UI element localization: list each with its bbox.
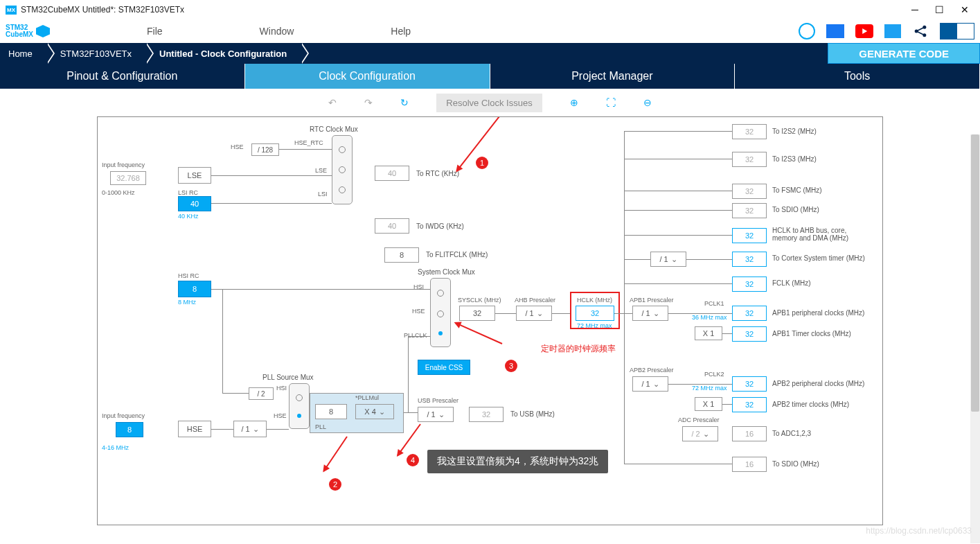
sys-radio-hsi[interactable] [437, 290, 444, 297]
rtc-radio-lse[interactable] [339, 166, 346, 173]
window-title: STM32CubeMX Untitled*: STM32F103VETx [21, 5, 911, 15]
sys-radio-hse[interactable] [437, 310, 444, 317]
pll-source-mux[interactable] [289, 383, 310, 429]
cortex-div-select[interactable]: / 1 [650, 252, 686, 267]
pclk1-max: 36 MHz max [692, 314, 727, 321]
facebook-icon[interactable] [826, 24, 844, 38]
hse-rtc-lbl: HSE_RTC [294, 139, 323, 146]
undo-button[interactable]: ↶ [328, 97, 337, 108]
menu-help[interactable]: Help [391, 26, 411, 37]
apb2-select[interactable]: / 1 [632, 376, 668, 392]
iwdg-out-lbl: To IWDG (KHz) [416, 222, 464, 230]
vertical-scrollbar[interactable] [970, 134, 980, 543]
pclk2-max: 72 MHz max [692, 385, 727, 392]
iwdg-out: 40 [375, 218, 409, 234]
system-clock-mux[interactable] [430, 278, 451, 347]
i2s2-lbl: To I2S2 (MHz) [772, 128, 817, 135]
close-button[interactable]: ✕ [961, 4, 969, 15]
sdio-lbl: To SDIO (MHz) [772, 206, 819, 213]
pll-div2: / 2 [249, 387, 274, 400]
sysclk-lbl: SYSCLK (MHz) [458, 297, 501, 304]
resolve-clock-button[interactable]: Resolve Clock Issues [436, 94, 542, 112]
ahb-select[interactable]: / 1 [516, 306, 552, 321]
usb-lbl: USB Prescaler [418, 397, 458, 404]
apb2-peripheral-lbl: APB2 peripheral clocks (MHz) [772, 380, 864, 387]
rtc-mux[interactable] [332, 135, 353, 204]
adc-select[interactable]: / 2 [682, 426, 718, 441]
input-freq2-label: Input frequency [102, 412, 145, 419]
generate-code-button[interactable]: GENERATE CODE [828, 43, 980, 64]
lsi-lbl: LSI [318, 191, 328, 198]
pll-n-input[interactable]: 8 [315, 404, 347, 419]
pll-hsi-lbl: HSI [276, 385, 287, 392]
anno-badge-3: 3 [505, 360, 517, 372]
fit-button[interactable]: ⛶ [606, 97, 616, 108]
hse-div-select[interactable]: / 1 [233, 421, 267, 437]
breadcrumb-home[interactable]: Home [0, 43, 48, 64]
stm32-logo: STM32CubeMX [6, 24, 50, 38]
maximize-button[interactable]: ☐ [935, 4, 944, 15]
sysclk-val: 32 [459, 306, 495, 321]
adc-out-lbl: To ADC1,2,3 [772, 430, 811, 437]
breadcrumb-chip[interactable]: STM32F103VETx [48, 43, 147, 64]
sys-radio-pll[interactable] [438, 331, 443, 335]
lsi-rc-label: LSI RC [178, 189, 198, 196]
fsmc-lbl: To FSMC (MHz) [772, 186, 822, 194]
sdio2-lbl: To SDIO (MHz) [772, 460, 819, 468]
menubar: STM32CubeMX File Window Help [0, 19, 980, 43]
tab-pinout[interactable]: Pinout & Configuration [0, 64, 245, 89]
apb2-timer-lbl: APB2 timer clocks (MHz) [772, 401, 849, 408]
rtc-out-lbl: To RTC (KHz) [416, 170, 459, 177]
apb1-select[interactable]: / 1 [632, 306, 668, 321]
hclk-val[interactable]: 32 [576, 306, 614, 321]
hclk-max: 72 MHz max [577, 322, 612, 329]
pll-radio-hse[interactable] [297, 414, 301, 418]
st-logo-icon[interactable] [940, 23, 974, 40]
fclk-val: 32 [732, 277, 767, 292]
i2s2-val: 32 [732, 124, 767, 139]
enable-css-button[interactable]: Enable CSS [418, 360, 470, 375]
redo-button[interactable]: ↷ [364, 97, 373, 108]
usb-select[interactable]: / 1 [418, 407, 454, 422]
cube-icon [36, 25, 50, 37]
anno-arrow-3 [455, 322, 502, 344]
sdio-val: 32 [732, 203, 767, 218]
cortex-lbl: To Cortex System timer (MHz) [772, 254, 865, 262]
menu-file[interactable]: File [147, 26, 163, 37]
rtc-radio-lsi[interactable] [339, 186, 346, 193]
zoom-in-button[interactable]: ⊕ [570, 97, 578, 108]
adc-val: 16 [732, 426, 767, 441]
svg-line-3 [916, 27, 925, 31]
tab-clock[interactable]: Clock Configuration [245, 64, 490, 89]
anniversary-badge-icon[interactable] [799, 23, 815, 40]
annotation-tooltip: 我这里设置倍频为4，系统时钟为32兆 [427, 450, 608, 473]
pll-radio-hsi[interactable] [296, 394, 303, 401]
sdio2-val: 16 [732, 457, 767, 472]
anno-badge-2: 2 [329, 478, 341, 491]
lse-input[interactable]: 32.768 [110, 171, 146, 185]
apb1-timer: 32 [732, 326, 767, 342]
ahb-bus-lbl: HCLK to AHB bus, core, memory and DMA (M… [772, 227, 862, 242]
reset-button[interactable]: ↻ [400, 97, 409, 108]
hse-input[interactable]: 8 [116, 422, 143, 437]
rtc-mux-title: RTC Clock Mux [310, 125, 358, 133]
apb2-x1: X 1 [695, 397, 722, 411]
apb1-peripheral: 32 [732, 306, 767, 321]
zoom-out-button[interactable]: ⊖ [643, 97, 652, 108]
hse-lbl: HSE [231, 143, 244, 150]
tab-project-manager[interactable]: Project Manager [490, 64, 736, 89]
breadcrumb-page[interactable]: Untitled - Clock Configuration [147, 43, 302, 64]
twitter-icon[interactable] [884, 24, 901, 38]
clock-diagram[interactable]: Input frequency 32.768 0-1000 KHz Input … [97, 116, 883, 525]
apb2-timer: 32 [732, 397, 767, 412]
youtube-icon[interactable] [855, 24, 873, 38]
scrollbar-thumb[interactable] [971, 134, 979, 412]
svg-line-4 [916, 31, 925, 35]
share-icon[interactable] [912, 24, 929, 38]
menu-window[interactable]: Window [260, 26, 294, 37]
pll-mul-select[interactable]: X 4 [355, 404, 394, 419]
minimize-button[interactable]: ─ [911, 4, 918, 15]
anno-red-text: 定时器的时钟源频率 [541, 343, 616, 355]
rtc-radio-hse[interactable] [339, 146, 346, 153]
tab-tools[interactable]: Tools [735, 64, 980, 89]
